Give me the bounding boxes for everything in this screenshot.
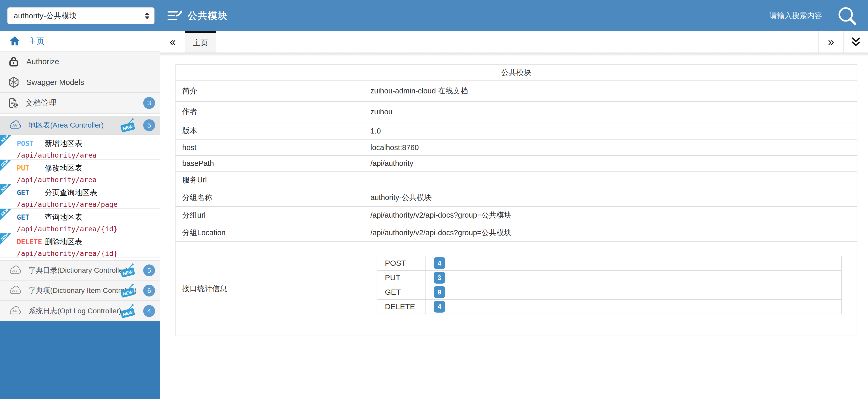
sidebar-item-authorize[interactable]: Authorize [0, 52, 160, 72]
doc-manage-count-badge: 3 [143, 97, 155, 109]
info-value: /api/authority/v2/api-docs?group=公共模块 [363, 224, 857, 242]
info-value: 1.0 [363, 122, 857, 140]
controller-optlog-label: 系统日志(Opt Log Controller) [28, 306, 121, 316]
sidebar-controller-optlog[interactable]: API 系统日志(Opt Log Controller) NEW 4 [0, 301, 160, 321]
doc-gear-icon [8, 97, 19, 109]
group-select[interactable]: authority-公共模块 [7, 7, 155, 24]
info-value: authority-公共模块 [363, 189, 857, 206]
api-item-post-area[interactable]: NEW POST 新增地区表 /api/authority/area [0, 135, 160, 160]
info-value: /api/authority [363, 155, 857, 171]
sidebar-gap [0, 258, 160, 260]
models-icon [8, 76, 20, 88]
new-corner-icon: NEW [0, 160, 11, 171]
info-label: 作者 [175, 102, 363, 122]
sidebar-item-swagger-models[interactable]: Swagger Models [0, 72, 160, 93]
tab-strip-spacer [216, 31, 818, 53]
tabs-scroll-right-icon[interactable]: » [818, 31, 843, 53]
swagger-doc-app: authority-公共模块 公共模块 [0, 0, 868, 399]
cloud-api-icon: API [8, 265, 22, 275]
new-corner-icon: NEW [0, 233, 11, 245]
top-header: authority-公共模块 公共模块 [0, 0, 868, 31]
info-value: /api/authority/v2/api-docs?group=公共模块 [363, 206, 857, 224]
tab-home[interactable]: 主页 [185, 31, 216, 53]
search-box [729, 6, 857, 26]
api-name: 修改地区表 [45, 163, 82, 173]
cloud-api-icon: API [8, 120, 22, 130]
sidebar-doc-manage-label: 文档管理 [25, 98, 56, 108]
api-path: /api/authority/area/{id} [17, 225, 160, 233]
lock-icon [8, 56, 20, 67]
module-info-title: 公共模块 [175, 65, 857, 81]
new-ribbon-icon: NEW [120, 304, 137, 318]
svg-text:API: API [12, 124, 17, 127]
sidebar-controller-area[interactable]: API 地区表(Area Controller) NEW 5 [0, 116, 160, 135]
stats-method: POST [377, 256, 426, 270]
controller-dictionary-count-badge: 5 [143, 264, 155, 276]
sidebar-item-home[interactable]: 主页 [0, 31, 160, 52]
api-path: /api/authority/area [17, 176, 160, 184]
api-item-get-area-id[interactable]: NEW GET 查询地区表 /api/authority/area/{id} [0, 209, 160, 233]
info-label: 分组url [175, 206, 363, 224]
controller-optlog-count-badge: 4 [143, 305, 155, 317]
method-badge: DELETE [17, 238, 45, 246]
api-item-get-area-page[interactable]: NEW GET 分页查询地区表 /api/authority/area/page [0, 184, 160, 209]
stats-method: DELETE [377, 300, 426, 314]
group-select-wrap: authority-公共模块 [7, 7, 155, 24]
page-title: 公共模块 [188, 9, 228, 22]
sidebar: 主页 Authorize Swagger Models [0, 31, 160, 399]
api-item-delete-area[interactable]: NEW DELETE 删除地区表 /api/authority/area/{id… [0, 233, 160, 258]
stats-count-badge: 4 [434, 301, 445, 313]
tab-strip: « 主页 » [160, 31, 868, 53]
api-name: 查询地区表 [45, 212, 82, 223]
sidebar-models-label: Swagger Models [26, 78, 84, 87]
stats-count-badge: 4 [434, 257, 445, 269]
new-corner-icon: NEW [0, 184, 11, 196]
content-area: « 主页 » 公共模块 简介 zuihou-admin-cloud 在 [160, 31, 868, 399]
search-icon[interactable] [837, 6, 857, 26]
info-label: host [175, 140, 363, 155]
tabs-scroll-left-icon[interactable]: « [160, 31, 185, 53]
controller-area-label: 地区表(Area Controller) [28, 120, 104, 130]
module-info-table: 公共模块 简介 zuihou-admin-cloud 在线文档 作者 zuiho… [175, 64, 858, 336]
sidebar-footer [0, 321, 160, 399]
method-badge: GET [17, 213, 45, 221]
stats-cell: POST 4 PUT 3 GET 9 [363, 242, 857, 336]
sidebar-home-label: 主页 [28, 36, 44, 47]
info-label: basePath [175, 155, 363, 171]
collapse-all-icon[interactable] [843, 31, 868, 53]
info-label: 版本 [175, 122, 363, 140]
new-ribbon-icon: NEW [120, 263, 137, 278]
stats-label: 接口统计信息 [175, 242, 363, 336]
info-label: 服务Url [175, 171, 363, 189]
info-label: 分组Location [175, 224, 363, 242]
api-item-put-area[interactable]: NEW PUT 修改地区表 /api/authority/area [0, 160, 160, 184]
api-path: /api/authority/area/page [17, 200, 160, 208]
tab-strip-shadow [160, 53, 868, 56]
controller-area-count-badge: 5 [143, 119, 155, 131]
api-path: /api/authority/area [17, 151, 160, 159]
sidebar-authorize-label: Authorize [26, 57, 59, 66]
stats-method: GET [377, 285, 426, 300]
controller-dictionary-label: 字典目录(Dictionary Controller) [28, 265, 128, 275]
sidebar-item-doc-manage[interactable]: 文档管理 3 [0, 93, 160, 114]
new-ribbon-icon: NEW [120, 118, 137, 133]
info-value [363, 171, 857, 189]
main-area: 主页 Authorize Swagger Models [0, 31, 868, 399]
svg-text:API: API [12, 310, 17, 313]
new-corner-icon: NEW [0, 209, 11, 220]
stats-method: PUT [377, 270, 426, 285]
search-input[interactable] [729, 11, 822, 20]
info-label: 简介 [175, 81, 363, 102]
sidebar-controller-dictionary-item[interactable]: API 字典项(Dictionary Item Controller) NEW … [0, 281, 160, 301]
api-name: 新增地区表 [45, 138, 82, 149]
app-logo: 公共模块 [167, 9, 228, 22]
method-badge: POST [17, 140, 45, 147]
svg-text:API: API [12, 289, 17, 292]
info-value: zuihou-admin-cloud 在线文档 [363, 81, 857, 102]
new-corner-icon: NEW [0, 135, 11, 146]
controller-dictionary-item-count-badge: 6 [143, 285, 155, 296]
info-label: 分组名称 [175, 189, 363, 206]
sidebar-controller-dictionary[interactable]: API 字典目录(Dictionary Controller) NEW 5 [0, 260, 160, 281]
svg-text:API: API [12, 269, 17, 272]
api-name: 分页查询地区表 [45, 188, 97, 198]
